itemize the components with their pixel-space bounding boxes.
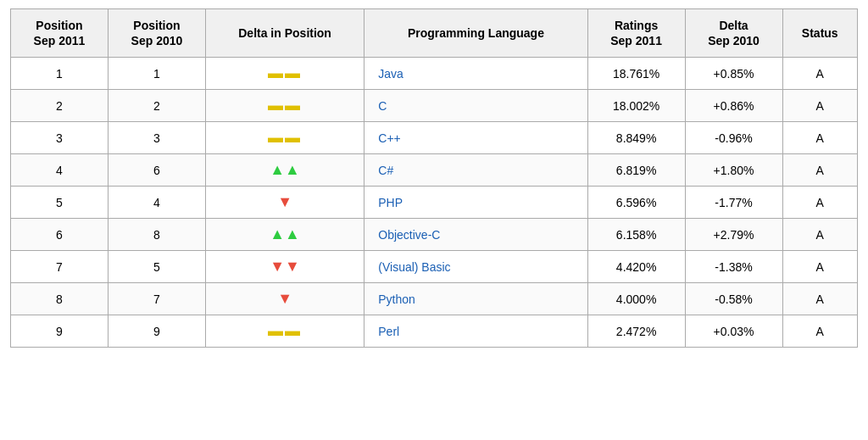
cell-language: C++ (364, 122, 587, 154)
header-delta-position: Delta in Position (205, 9, 364, 58)
header-pos-2011: PositionSep 2011 (11, 9, 108, 58)
rankings-table: PositionSep 2011 PositionSep 2010 Delta … (10, 8, 858, 348)
cell-delta-position: ▲▲ (205, 219, 364, 251)
cell-pos-2011: 8 (11, 283, 108, 315)
cell-delta-rating: -0.96% (685, 122, 782, 154)
table-row: 4 6 ▲▲ C# 6.819% +1.80% A (11, 154, 858, 187)
cell-language: PHP (364, 187, 587, 219)
cell-pos-2011: 2 (11, 90, 108, 122)
cell-pos-2010: 8 (108, 219, 205, 251)
double-up-icon: ▲▲ (270, 161, 300, 178)
table-row: 2 2 ▬▬ C 18.002% +0.86% A (11, 90, 858, 122)
cell-rating: 6.819% (587, 154, 685, 187)
single-down-icon: ▼ (277, 193, 292, 210)
cell-pos-2010: 3 (108, 122, 205, 154)
cell-rating: 2.472% (587, 315, 685, 348)
cell-status: A (782, 187, 857, 219)
cell-pos-2011: 5 (11, 187, 108, 219)
cell-pos-2010: 4 (108, 187, 205, 219)
double-up-icon: ▲▲ (270, 226, 300, 242)
cell-pos-2010: 5 (108, 251, 205, 283)
cell-status: A (782, 219, 857, 251)
cell-delta-position: ▬▬ (205, 58, 364, 90)
cell-rating: 8.849% (587, 122, 685, 154)
cell-delta-position: ▲▲ (205, 154, 364, 187)
cell-language: Perl (364, 315, 587, 348)
cell-pos-2011: 3 (11, 122, 108, 154)
cell-rating: 18.002% (587, 90, 685, 122)
cell-rating: 4.420% (587, 251, 685, 283)
cell-delta-rating: +2.79% (685, 219, 782, 251)
cell-delta-rating: -1.77% (685, 187, 782, 219)
table-row: 3 3 ▬▬ C++ 8.849% -0.96% A (11, 122, 858, 154)
cell-pos-2010: 7 (108, 283, 205, 315)
cell-language: Objective-C (364, 219, 587, 251)
cell-delta-position: ▬▬ (205, 315, 364, 348)
cell-delta-position: ▼▼ (205, 251, 364, 283)
equal-icon: ▬▬ (268, 64, 302, 81)
cell-pos-2010: 9 (108, 315, 205, 348)
cell-status: A (782, 122, 857, 154)
cell-delta-position: ▬▬ (205, 122, 364, 154)
cell-rating: 18.761% (587, 58, 685, 90)
cell-rating: 4.000% (587, 283, 685, 315)
table-row: 8 7 ▼ Python 4.000% -0.58% A (11, 283, 858, 315)
cell-status: A (782, 283, 857, 315)
cell-delta-position: ▼ (205, 283, 364, 315)
header-ratings-2011: RatingsSep 2011 (587, 9, 685, 58)
cell-delta-rating: +0.85% (685, 58, 782, 90)
single-down-icon: ▼ (277, 290, 292, 307)
cell-language: (Visual) Basic (364, 251, 587, 283)
header-delta-rating: DeltaSep 2010 (685, 9, 782, 58)
cell-rating: 6.596% (587, 187, 685, 219)
cell-status: A (782, 315, 857, 348)
cell-delta-rating: -1.38% (685, 251, 782, 283)
table-row: 1 1 ▬▬ Java 18.761% +0.85% A (11, 58, 858, 90)
cell-delta-rating: -0.58% (685, 283, 782, 315)
cell-rating: 6.158% (587, 219, 685, 251)
cell-delta-position: ▬▬ (205, 90, 364, 122)
header-pos-2010: PositionSep 2010 (108, 9, 205, 58)
equal-icon: ▬▬ (268, 97, 302, 114)
table-header-row: PositionSep 2011 PositionSep 2010 Delta … (11, 9, 858, 58)
cell-pos-2011: 7 (11, 251, 108, 283)
cell-status: A (782, 58, 857, 90)
table-row: 6 8 ▲▲ Objective-C 6.158% +2.79% A (11, 219, 858, 251)
cell-pos-2010: 2 (108, 90, 205, 122)
cell-language: C# (364, 154, 587, 187)
cell-pos-2010: 6 (108, 154, 205, 187)
equal-icon: ▬▬ (268, 322, 302, 339)
cell-status: A (782, 90, 857, 122)
cell-delta-rating: +0.03% (685, 315, 782, 348)
cell-delta-rating: +0.86% (685, 90, 782, 122)
header-status: Status (782, 9, 857, 58)
equal-icon: ▬▬ (268, 129, 302, 146)
header-language: Programming Language (364, 9, 587, 58)
cell-status: A (782, 154, 857, 187)
cell-pos-2011: 6 (11, 219, 108, 251)
cell-status: A (782, 251, 857, 283)
cell-language: Python (364, 283, 587, 315)
cell-pos-2011: 1 (11, 58, 108, 90)
cell-pos-2010: 1 (108, 58, 205, 90)
cell-language: Java (364, 58, 587, 90)
table-row: 9 9 ▬▬ Perl 2.472% +0.03% A (11, 315, 858, 348)
double-down-icon: ▼▼ (270, 258, 300, 275)
cell-pos-2011: 4 (11, 154, 108, 187)
cell-pos-2011: 9 (11, 315, 108, 348)
cell-delta-position: ▼ (205, 187, 364, 219)
table-row: 7 5 ▼▼ (Visual) Basic 4.420% -1.38% A (11, 251, 858, 283)
cell-language: C (364, 90, 587, 122)
table-row: 5 4 ▼ PHP 6.596% -1.77% A (11, 187, 858, 219)
cell-delta-rating: +1.80% (685, 154, 782, 187)
